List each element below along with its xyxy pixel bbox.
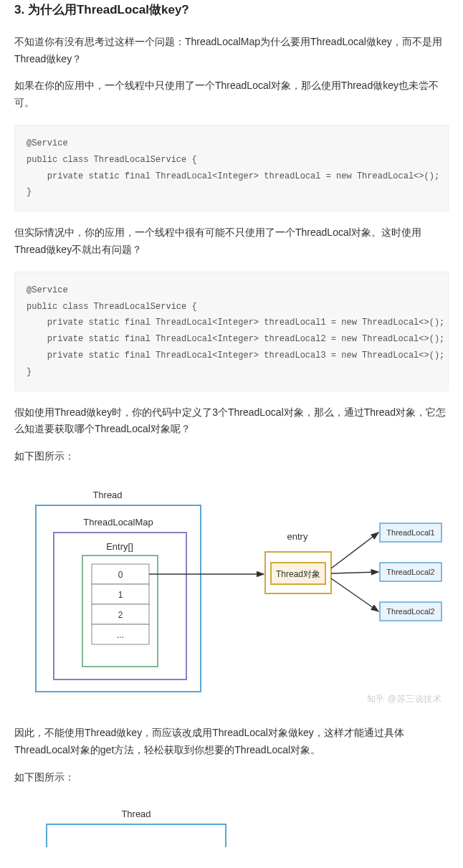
paragraph: 但实际情况中，你的应用，一个线程中很有可能不只使用了一个ThreadLocal对… [14, 224, 449, 259]
paragraph: 不知道你有没有思考过这样一个问题：ThreadLocalMap为什么要用Thre… [14, 34, 449, 68]
watermark: 知乎 @苏三说技术 [367, 692, 441, 706]
thread-label-2: Thread [121, 809, 151, 819]
arrow-to-tl3 [331, 578, 378, 611]
svg-text:ThreadLocal1: ThreadLocal1 [386, 528, 434, 537]
entry-cells: 0 1 2 ... [92, 564, 149, 644]
diagram-1: Thread ThreadLocalMap Entry[] 0 1 2 ... … [14, 478, 449, 709]
paragraph: 假如使用Thread做key时，你的代码中定义了3个ThreadLocal对象，… [14, 404, 449, 439]
entry-array-label: Entry[] [106, 541, 133, 552]
code-block-1: @Service public class ThreadLocalService… [14, 125, 449, 211]
svg-text:2: 2 [118, 610, 123, 620]
code-block-2: @Service public class ThreadLocalService… [14, 272, 449, 391]
threadlocalmap-label: ThreadLocalMap [83, 517, 153, 528]
svg-text:...: ... [117, 630, 124, 640]
arrow-to-tl1 [331, 533, 378, 568]
svg-text:0: 0 [118, 570, 123, 580]
diagram-2: Thread [14, 798, 449, 850]
paragraph: 因此，不能使用Thread做key，而应该改成用ThreadLocal对象做ke… [14, 725, 449, 759]
thread-label: Thread [92, 490, 122, 500]
paragraph: 如下图所示： [14, 448, 449, 465]
threadlocal-targets: ThreadLocal1 ThreadLocal2 ThreadLocal2 [380, 523, 441, 621]
paragraph: 如果在你的应用中，一个线程中只使用了一个ThreadLocal对象，那么使用Th… [14, 77, 449, 112]
thread-box-2 [47, 824, 226, 847]
svg-text:ThreadLocal2: ThreadLocal2 [386, 568, 434, 576]
arrow-to-tl2 [331, 572, 378, 573]
svg-text:ThreadLocal2: ThreadLocal2 [386, 607, 434, 616]
thread-object-label: Thread对象 [276, 569, 320, 579]
entry-label: entry [287, 531, 308, 542]
svg-text:1: 1 [118, 590, 123, 600]
paragraph: 如下图所示： [14, 769, 449, 786]
section-heading: 3. 为什么用ThreadLocal做key? [14, 0, 449, 21]
